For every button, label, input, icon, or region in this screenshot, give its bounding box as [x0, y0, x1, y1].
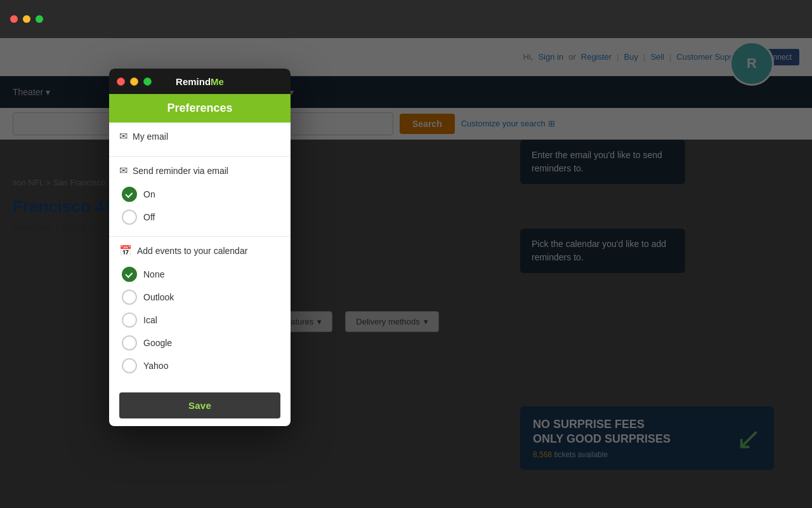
browser-chrome — [0, 0, 812, 38]
calendar-none-option[interactable]: None — [119, 263, 280, 286]
calendar-ical-radio[interactable] — [122, 312, 137, 328]
reminder-section: ✉ Send reminder via email On Off — [109, 157, 291, 237]
calendar-yahoo-radio[interactable] — [122, 358, 137, 373]
minimize-button[interactable] — [23, 15, 30, 23]
email-icon: ✉ — [119, 130, 128, 142]
modal-minimize-button[interactable] — [130, 77, 138, 86]
app-name: RemindMe — [176, 76, 224, 87]
calendar-outlook-radio[interactable] — [122, 290, 137, 305]
reminder-on-option[interactable]: On — [119, 183, 280, 206]
modal-header: Preferences — [109, 94, 291, 123]
modal-footer: Save — [109, 385, 291, 426]
calendar-none-radio[interactable] — [122, 267, 137, 282]
reminder-on-label: On — [143, 189, 155, 199]
preferences-modal: RemindMe Preferences ✉ My email ✉ Send r… — [109, 69, 291, 426]
calendar-ical-option[interactable]: Ical — [119, 309, 280, 331]
reminder-icon: ✉ — [119, 164, 128, 177]
save-button[interactable]: Save — [119, 392, 280, 418]
preferences-title: Preferences — [119, 102, 280, 115]
reminder-off-label: Off — [143, 212, 155, 222]
calendar-outlook-label: Outlook — [143, 292, 174, 302]
calendar-ical-label: Ical — [143, 315, 157, 325]
app-name-remind: Remind — [176, 76, 211, 87]
email-label: ✉ My email — [119, 130, 280, 142]
modal-close-button[interactable] — [117, 77, 125, 86]
modal-maximize-button[interactable] — [143, 77, 152, 86]
modal-body: ✉ My email ✉ Send reminder via email On … — [109, 123, 291, 385]
app-name-me: Me — [211, 76, 224, 87]
calendar-yahoo-option[interactable]: Yahoo — [119, 354, 280, 377]
calendar-yahoo-label: Yahoo — [143, 361, 168, 371]
calendar-outlook-option[interactable]: Outlook — [119, 286, 280, 309]
reminder-label: ✉ Send reminder via email — [119, 164, 280, 177]
calendar-google-radio[interactable] — [122, 335, 137, 351]
calendar-google-option[interactable]: Google — [119, 331, 280, 354]
calendar-section: 📅 Add events to your calendar None Outlo… — [109, 237, 291, 385]
email-section: ✉ My email — [109, 123, 291, 157]
reminder-off-radio[interactable] — [122, 210, 137, 225]
reminder-off-option[interactable]: Off — [119, 206, 280, 229]
calendar-none-label: None — [143, 269, 164, 279]
calendar-google-label: Google — [143, 338, 172, 348]
close-button[interactable] — [10, 15, 18, 23]
modal-titlebar: RemindMe — [109, 69, 291, 94]
calendar-label: 📅 Add events to your calendar — [119, 244, 280, 257]
calendar-icon: 📅 — [119, 244, 132, 257]
reminder-on-radio[interactable] — [122, 187, 137, 202]
maximize-button[interactable] — [36, 15, 43, 23]
